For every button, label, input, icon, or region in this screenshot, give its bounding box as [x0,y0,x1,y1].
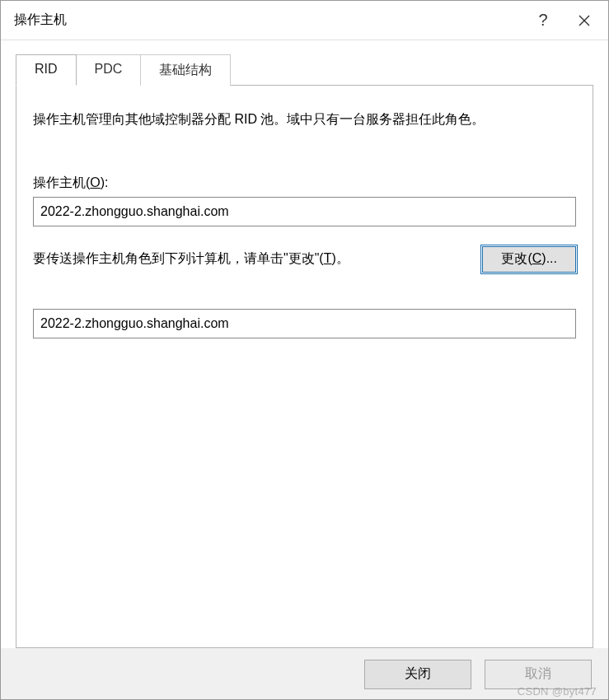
close-window-button[interactable] [564,4,605,37]
tab-rid[interactable]: RID [16,54,77,86]
close-icon [579,15,590,26]
dialog-title: 操作主机 [14,12,522,29]
operations-master-dialog: 操作主机 ? RID PDC 基础结构 操作主机管理向其他域控制器分配 RID … [0,0,609,700]
close-button[interactable]: 关闭 [364,660,471,689]
role-description: 操作主机管理向其他域控制器分配 RID 池。域中只有一台服务器担任此角色。 [33,109,576,130]
tab-panel-rid: 操作主机管理向其他域控制器分配 RID 池。域中只有一台服务器担任此角色。 操作… [16,85,593,648]
operations-master-label: 操作主机(O): [33,175,576,192]
dialog-button-bar: 关闭 取消 [1,648,608,699]
transfer-instruction: 要传送操作主机角色到下列计算机，请单击"更改"(T)。 [33,250,472,268]
help-icon: ? [538,11,547,30]
transfer-row: 要传送操作主机角色到下列计算机，请单击"更改"(T)。 更改(C)... [33,246,576,273]
tab-pdc[interactable]: PDC [76,54,142,86]
target-computer-value: 2022-2.zhongguo.shanghai.com [33,309,576,338]
cancel-button: 取消 [485,660,592,689]
change-button[interactable]: 更改(C)... [482,246,576,273]
help-button[interactable]: ? [522,4,564,37]
operations-master-value: 2022-2.zhongguo.shanghai.com [33,197,576,226]
content-area: RID PDC 基础结构 操作主机管理向其他域控制器分配 RID 池。域中只有一… [1,40,608,648]
tabstrip: RID PDC 基础结构 [16,54,593,85]
tab-infrastructure[interactable]: 基础结构 [140,54,231,86]
titlebar: 操作主机 ? [1,1,608,40]
